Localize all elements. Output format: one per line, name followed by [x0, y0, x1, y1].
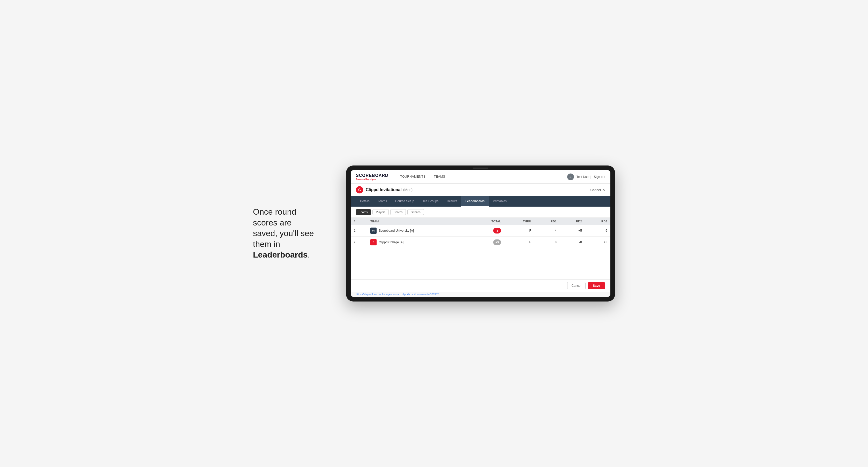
- app-navbar: SCOREBOARD Powered by clippd TOURNAMENTS…: [351, 170, 610, 184]
- close-icon: ✕: [602, 188, 605, 192]
- team-name-1: SU Scoreboard University [A]: [367, 225, 471, 237]
- col-rd2: RD2: [560, 218, 585, 225]
- filter-scores[interactable]: Scores: [390, 209, 406, 215]
- team-name-2: C Clippd College [A]: [367, 237, 471, 248]
- app-footer: Cancel Save: [351, 279, 610, 292]
- empty-space: [351, 248, 610, 279]
- nav-links: TOURNAMENTS TEAMS: [396, 170, 567, 184]
- rd3-2: +3: [585, 237, 610, 248]
- tab-results[interactable]: Results: [442, 196, 461, 207]
- logo-area: SCOREBOARD Powered by clippd: [356, 173, 389, 181]
- tablet-screen: SCOREBOARD Powered by clippd TOURNAMENTS…: [351, 170, 610, 297]
- nav-tournaments[interactable]: TOURNAMENTS: [396, 170, 430, 184]
- rank-2: 2: [351, 237, 367, 248]
- filter-teams[interactable]: Teams: [356, 209, 371, 215]
- side-text: Once round scores are saved, you'll see …: [253, 207, 331, 260]
- user-name: Test User |: [577, 175, 591, 179]
- col-rank: #: [351, 218, 367, 225]
- logo-text: SCOREBOARD: [356, 173, 389, 178]
- url-bar: https://stage-blue-coach.stagescoboard.c…: [351, 292, 610, 297]
- logo-subtitle: Powered by clippd: [356, 178, 389, 181]
- rank-1: 1: [351, 225, 367, 237]
- leaderboard-table: # TEAM TOTAL THRU RD1 RD2 RD3 1: [351, 218, 610, 248]
- footer-save-button[interactable]: Save: [588, 282, 605, 289]
- rd1-2: +8: [534, 237, 560, 248]
- tab-leaderboards[interactable]: Leaderboards: [461, 196, 489, 207]
- rd3-1: -6: [585, 225, 610, 237]
- nav-teams[interactable]: TEAMS: [430, 170, 450, 184]
- footer-cancel-button[interactable]: Cancel: [567, 282, 586, 289]
- thru-2: F: [504, 237, 534, 248]
- score-badge-1: -5: [493, 228, 501, 234]
- user-avatar: S: [567, 174, 574, 180]
- total-2: +3: [471, 237, 504, 248]
- col-team: TEAM: [367, 218, 471, 225]
- col-total: TOTAL: [471, 218, 504, 225]
- score-badge-2: +3: [493, 240, 501, 245]
- nav-right: S Test User | Sign out: [567, 174, 605, 180]
- table-row: 1 SU Scoreboard University [A] -5 F -4: [351, 225, 610, 237]
- tablet-frame: SCOREBOARD Powered by clippd TOURNAMENTS…: [346, 165, 615, 302]
- tab-details[interactable]: Details: [356, 196, 374, 207]
- tournament-name: Clippd Invitational: [366, 187, 402, 192]
- table-row: 2 C Clippd College [A] +3 F +8 -8: [351, 237, 610, 248]
- filter-row: Teams Players Scores Strokes: [351, 207, 610, 218]
- tab-tee-groups[interactable]: Tee Groups: [418, 196, 442, 207]
- filter-players[interactable]: Players: [372, 209, 389, 215]
- rd2-1: +5: [560, 225, 585, 237]
- col-rd1: RD1: [534, 218, 560, 225]
- tab-teams[interactable]: Teams: [374, 196, 391, 207]
- cancel-tournament-button[interactable]: Cancel ✕: [590, 188, 605, 192]
- rd2-2: -8: [560, 237, 585, 248]
- total-1: -5: [471, 225, 504, 237]
- tournament-header: C Clippd Invitational (Men) Cancel ✕: [351, 184, 610, 196]
- sign-out-link[interactable]: Sign out: [594, 175, 605, 179]
- rd1-1: -4: [534, 225, 560, 237]
- tab-printables[interactable]: Printables: [489, 196, 511, 207]
- col-thru: THRU: [504, 218, 534, 225]
- tournament-type: (Men): [403, 188, 413, 192]
- team-logo-2: C: [370, 239, 377, 245]
- col-rd3: RD3: [585, 218, 610, 225]
- thru-1: F: [504, 225, 534, 237]
- tab-course-setup[interactable]: Course Setup: [391, 196, 418, 207]
- team-logo-1: SU: [370, 227, 377, 234]
- filter-strokes[interactable]: Strokes: [407, 209, 424, 215]
- sub-tabs: Details Teams Course Setup Tee Groups Re…: [351, 196, 610, 207]
- tournament-icon: C: [356, 186, 363, 193]
